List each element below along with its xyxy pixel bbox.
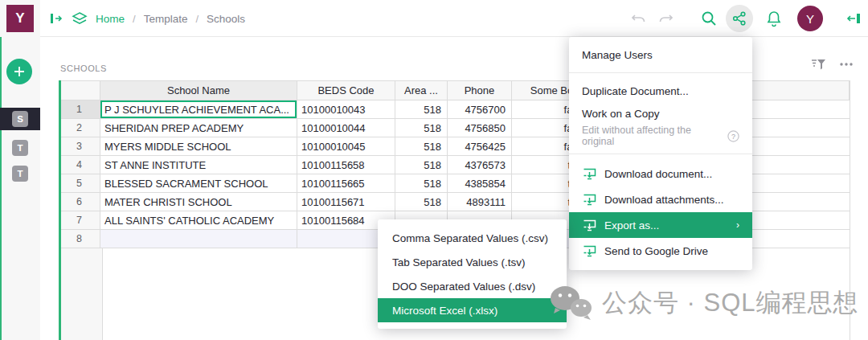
row-number[interactable]: 3 bbox=[59, 137, 100, 155]
menu-item-label: Send to Google Drive bbox=[604, 245, 739, 257]
download-icon bbox=[582, 244, 596, 258]
table-left-accent bbox=[59, 80, 61, 340]
row-number[interactable]: 8 bbox=[59, 230, 100, 248]
section-title: SCHOOLS bbox=[60, 63, 107, 73]
cell-school-name[interactable] bbox=[100, 230, 297, 248]
cell-area-code[interactable]: 518 bbox=[395, 193, 448, 211]
section-toolbar bbox=[811, 58, 854, 71]
app-window: Y Home / Template / Schools bbox=[0, 0, 868, 340]
submenu-item-csv[interactable]: Comma Separated Values (.csv) bbox=[378, 226, 567, 250]
sidebar-page-t1[interactable]: T bbox=[0, 137, 40, 159]
cell-beds-code[interactable]: 10100115671 bbox=[297, 193, 395, 211]
org-logo[interactable]: Y bbox=[6, 5, 34, 32]
breadcrumb-home[interactable]: Home bbox=[96, 13, 125, 25]
row-number[interactable]: 5 bbox=[59, 174, 100, 192]
cell-school-name-selected[interactable]: P J SCHUYLER ACHIEVEMENT ACA... bbox=[100, 100, 297, 118]
cell-beds-code[interactable]: 10100010045 bbox=[297, 137, 395, 155]
download-icon bbox=[582, 192, 596, 207]
collapse-right-panel-icon[interactable] bbox=[844, 9, 863, 28]
cell-school-name[interactable]: ALL SAINTS' CATHOLIC ACADEMY bbox=[100, 211, 297, 229]
cell-school-name[interactable]: BLESSED SACRAMENT SCHOOL bbox=[100, 174, 297, 192]
sidebar-page-t2[interactable]: T bbox=[0, 162, 40, 185]
download-icon bbox=[582, 218, 596, 232]
logo-container: Y bbox=[0, 0, 40, 37]
menu-item-label: Download attachments... bbox=[604, 194, 739, 206]
breadcrumb-separator: / bbox=[195, 13, 199, 25]
cell-school-name[interactable]: MATER CHRISTI SCHOOL bbox=[100, 193, 297, 211]
cell-beds-code[interactable]: 10100115658 bbox=[297, 156, 395, 174]
watermark: 公众号 · SQL编程思想 bbox=[549, 285, 859, 322]
cell-beds-code[interactable]: 10100010044 bbox=[297, 119, 395, 137]
breadcrumb-workspace[interactable]: Template bbox=[144, 13, 188, 25]
menu-item-label: Download document... bbox=[604, 168, 739, 180]
menu-item-download-document[interactable]: Download document... bbox=[569, 161, 752, 186]
chevron-right-icon: › bbox=[736, 219, 739, 231]
menu-item-manage-users[interactable]: Manage Users bbox=[569, 43, 752, 66]
column-header-area-code[interactable]: Area ... bbox=[395, 81, 448, 100]
menu-item-send-to-google-drive[interactable]: Send to Google Drive bbox=[569, 238, 752, 264]
breadcrumb-page[interactable]: Schools bbox=[207, 13, 245, 25]
column-header-school-name[interactable]: School Name bbox=[100, 81, 297, 100]
cell-phone[interactable]: 4893111 bbox=[448, 193, 512, 211]
submenu-item-dsv[interactable]: DOO Separated Values (.dsv) bbox=[378, 274, 567, 298]
row-number[interactable]: 6 bbox=[59, 193, 100, 211]
cell-beds-code[interactable]: 10100010043 bbox=[297, 100, 395, 118]
search-icon[interactable] bbox=[699, 9, 719, 28]
row-number[interactable]: 7 bbox=[59, 211, 100, 229]
row-number-header[interactable] bbox=[59, 81, 100, 100]
help-icon[interactable]: ? bbox=[727, 130, 739, 142]
watermark-text: 公众号 · SQL编程思想 bbox=[602, 286, 859, 320]
cell-school-name[interactable]: ST ANNE INSTITUTE bbox=[100, 156, 297, 174]
menu-item-export-as[interactable]: Export as... › bbox=[569, 212, 752, 238]
cell-phone[interactable]: 4756425 bbox=[448, 137, 512, 155]
cell-area-code[interactable]: 518 bbox=[395, 119, 448, 137]
svg-text:?: ? bbox=[731, 132, 735, 140]
avatar[interactable]: Y bbox=[797, 6, 823, 31]
cell-phone[interactable]: 4756850 bbox=[448, 119, 512, 137]
cell-area-code[interactable]: 518 bbox=[395, 156, 448, 174]
cell-school-name[interactable]: SHERIDAN PREP ACADEMY bbox=[100, 119, 297, 137]
menu-hint-label: Edit without affecting the original bbox=[582, 125, 721, 147]
cell-area-code[interactable]: 518 bbox=[395, 100, 448, 118]
menu-item-duplicate-document[interactable]: Duplicate Document... bbox=[569, 80, 752, 102]
bell-icon[interactable] bbox=[764, 9, 784, 28]
column-header-phone[interactable]: Phone bbox=[448, 81, 512, 100]
cell-phone[interactable]: 4376573 bbox=[448, 156, 512, 174]
pages-icon[interactable] bbox=[72, 11, 88, 26]
page-initial: T bbox=[12, 140, 28, 156]
menu-divider bbox=[569, 72, 752, 73]
menu-item-label: Export as... bbox=[604, 219, 728, 231]
menu-item-work-on-copy[interactable]: Work on a Copy bbox=[569, 102, 752, 125]
more-icon[interactable] bbox=[839, 58, 854, 71]
add-page-button[interactable] bbox=[6, 59, 32, 84]
menu-item-label: Duplicate Document... bbox=[582, 85, 739, 97]
cell-school-name[interactable]: MYERS MIDDLE SCHOOL bbox=[100, 137, 297, 155]
row-number[interactable]: 4 bbox=[59, 156, 100, 174]
share-icon[interactable] bbox=[726, 5, 753, 32]
wechat-icon bbox=[549, 285, 592, 322]
row-number[interactable]: 1 bbox=[59, 100, 100, 118]
document-menu: Manage Users Duplicate Document... Work … bbox=[569, 37, 752, 270]
page-initial: T bbox=[12, 166, 28, 182]
redo-icon[interactable] bbox=[656, 9, 675, 28]
submenu-item-tsv[interactable]: Tab Separated Values (.tsv) bbox=[378, 250, 567, 274]
cell-beds-code[interactable]: 10100115665 bbox=[297, 174, 395, 192]
menu-item-label: Comma Separated Values (.csv) bbox=[392, 232, 552, 244]
cell-area-code[interactable]: 518 bbox=[395, 137, 448, 155]
menu-item-label: Manage Users bbox=[582, 49, 739, 61]
sidebar-page-schools[interactable]: S bbox=[0, 108, 40, 130]
export-submenu: Comma Separated Values (.csv) Tab Separa… bbox=[378, 219, 567, 329]
cell-area-code[interactable]: 518 bbox=[395, 174, 448, 192]
undo-icon[interactable] bbox=[629, 9, 649, 28]
cell-phone[interactable]: 4385854 bbox=[448, 174, 512, 192]
column-header-beds-code[interactable]: BEDS Code bbox=[297, 81, 395, 100]
filter-icon[interactable] bbox=[811, 58, 826, 71]
menu-item-download-attachments[interactable]: Download attachments... bbox=[569, 186, 752, 212]
row-number[interactable]: 2 bbox=[59, 119, 100, 137]
menu-divider bbox=[569, 154, 752, 154]
submenu-item-xlsx[interactable]: Microsoft Excel (.xlsx) bbox=[378, 298, 567, 322]
menu-item-label: Tab Separated Values (.tsv) bbox=[392, 256, 552, 268]
row-number-column-extension bbox=[61, 248, 103, 340]
cell-phone[interactable]: 4756700 bbox=[448, 100, 512, 118]
open-left-panel-icon[interactable] bbox=[50, 12, 63, 25]
